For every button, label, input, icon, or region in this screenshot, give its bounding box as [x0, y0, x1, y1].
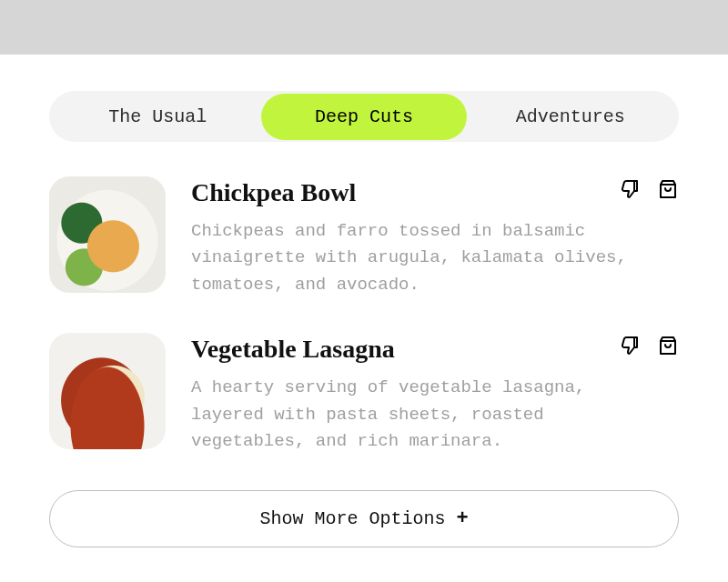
thumbs-down-icon[interactable]: [619, 178, 641, 200]
item-title: Vegetable Lasagna: [191, 335, 395, 364]
list-item: Chickpea Bowl: [49, 176, 679, 298]
tab-deep-cuts[interactable]: Deep Cuts: [261, 94, 468, 140]
tabs: The Usual Deep Cuts Adventures: [49, 91, 679, 142]
thumbs-down-icon[interactable]: [619, 335, 641, 356]
show-more-button[interactable]: Show More Options +: [49, 490, 679, 547]
item-actions: [619, 178, 679, 200]
content: The Usual Deep Cuts Adventures Chickpea …: [0, 55, 728, 547]
item-description: Chickpeas and farro tossed in balsamic v…: [191, 218, 664, 298]
item-body: Chickpea Bowl: [191, 176, 679, 298]
item-body: Vegetable Lasagna: [191, 333, 679, 455]
items-list: Chickpea Bowl: [49, 176, 679, 456]
list-item: Vegetable Lasagna: [49, 333, 679, 455]
tab-the-usual[interactable]: The Usual: [55, 94, 261, 140]
shopping-bag-icon[interactable]: [657, 335, 679, 356]
plus-icon: +: [456, 507, 468, 530]
shopping-bag-icon[interactable]: [657, 178, 679, 200]
tab-adventures[interactable]: Adventures: [467, 94, 673, 140]
item-header: Vegetable Lasagna: [191, 333, 679, 364]
show-more-label: Show More Options: [259, 508, 445, 529]
top-bar: [0, 0, 728, 55]
item-actions: [619, 335, 679, 356]
item-header: Chickpea Bowl: [191, 176, 679, 207]
item-title: Chickpea Bowl: [191, 178, 356, 207]
item-thumbnail: [49, 176, 166, 293]
item-description: A hearty serving of vegetable lasagna, l…: [191, 375, 664, 455]
item-thumbnail: [49, 333, 166, 449]
